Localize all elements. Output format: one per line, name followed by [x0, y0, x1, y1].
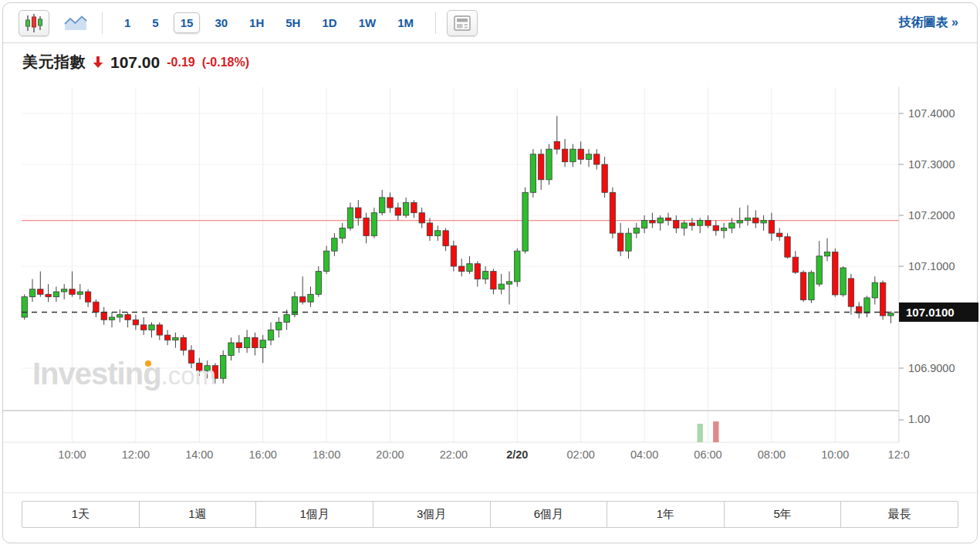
candle-body-up [340, 228, 345, 238]
candle-body-down [133, 320, 138, 325]
candle-body-up [515, 251, 520, 282]
range-tab-6個月[interactable]: 6個月 [491, 502, 608, 527]
quote-header: 美元指數 107.00 -0.19 (-0.18%) [22, 52, 977, 73]
candle-body-up [308, 294, 313, 302]
candle-body-up [323, 251, 329, 271]
range-tab-最長[interactable]: 最長 [841, 502, 958, 527]
candlestick-style-button[interactable] [19, 10, 49, 36]
candle-body-down [650, 221, 655, 223]
interval-button-5H[interactable]: 5H [279, 12, 307, 33]
interval-button-1W[interactable]: 1W [352, 12, 384, 33]
candle-body-up [276, 323, 282, 330]
x-axis-label: 06:00 [694, 448, 721, 461]
y-axis-label: 107.2000 [908, 209, 955, 222]
candle-body-down [395, 208, 400, 215]
candle-body-up [53, 292, 59, 297]
line-style-button[interactable] [60, 10, 91, 36]
candle-body-up [761, 221, 766, 223]
candle-body-up [586, 154, 591, 160]
last-price: 107.00 [110, 53, 160, 72]
candle-body-up [316, 272, 321, 295]
candle-body-up [522, 192, 528, 251]
chart-widget: 1515301H5H1D1W1M 技術圖表 » 美元指數 107.00 -0.1… [2, 2, 978, 543]
toolbar: 1515301H5H1D1W1M 技術圖表 » [3, 3, 977, 43]
toolbar-divider [102, 12, 103, 34]
interval-button-15[interactable]: 15 [174, 12, 201, 33]
candle-body-up [634, 228, 639, 234]
candle-body-up [570, 149, 576, 162]
interval-button-1H[interactable]: 1H [242, 12, 271, 33]
area-chart-icon [63, 14, 88, 32]
volume-bar-up [698, 424, 703, 442]
candle-body-down [188, 350, 194, 364]
candle-body-down [800, 272, 806, 300]
volume-bar-down [713, 421, 718, 442]
candle-body-down [539, 154, 544, 180]
toolbar-divider [435, 12, 436, 34]
interval-button-1[interactable]: 1 [117, 12, 137, 33]
candle-body-up [149, 325, 154, 330]
x-axis-label: 08:00 [758, 448, 786, 461]
range-tab-1年[interactable]: 1年 [607, 502, 725, 527]
x-axis-label: 20:00 [376, 448, 404, 461]
candle-body-down [157, 325, 162, 335]
current-price-badge-label: 107.0100 [906, 306, 955, 319]
interval-button-30[interactable]: 30 [208, 12, 235, 33]
volume-axis-label: 1.00 [908, 413, 930, 425]
technical-chart-link[interactable]: 技術圖表 » [899, 15, 963, 31]
interval-button-5[interactable]: 5 [145, 12, 165, 33]
news-layout-icon [454, 15, 471, 31]
candle-body-up [268, 330, 273, 340]
candle-body-down [93, 302, 99, 312]
y-axis-label: 107.3000 [908, 158, 955, 171]
candle-body-up [872, 282, 877, 298]
x-axis-label: 04:00 [630, 448, 658, 461]
candle-body-up [681, 223, 687, 228]
candle-body-down [785, 237, 790, 257]
candle-body-up [888, 313, 894, 316]
candle-body-up [117, 315, 123, 317]
candle-body-down [427, 223, 432, 236]
range-tab-1天[interactable]: 1天 [22, 502, 140, 527]
candle-body-up [721, 228, 726, 231]
x-axis-label: 12:0 [888, 448, 910, 461]
candle-body-down [125, 315, 130, 320]
range-tab-5年[interactable]: 5年 [725, 502, 842, 527]
candle-body-up [467, 264, 472, 272]
candle-body-up [221, 356, 226, 379]
price-change-percent: (-0.18%) [202, 56, 249, 69]
candle-body-down [665, 218, 671, 220]
candle-body-down [602, 164, 607, 192]
candle-body-down [164, 335, 170, 340]
range-tab-1個月[interactable]: 1個月 [256, 502, 373, 527]
candle-body-down [792, 257, 798, 272]
candle-body-down [252, 337, 258, 347]
news-layout-button[interactable] [447, 10, 478, 36]
interval-button-1M[interactable]: 1M [390, 12, 421, 33]
candle-body-up [332, 238, 337, 252]
x-axis-label: 14:00 [185, 448, 213, 461]
candle-body-up [824, 252, 830, 256]
range-tab-1週[interactable]: 1週 [140, 502, 257, 527]
candle-body-down [141, 325, 147, 330]
candle-body-up [403, 203, 408, 216]
candle-body-up [840, 268, 846, 295]
price-change: -0.19 [167, 56, 194, 69]
candle-body-up [284, 315, 289, 323]
candle-body-up [371, 213, 377, 236]
candle-body-up [244, 337, 249, 347]
candle-body-down [451, 246, 456, 266]
candle-body-up [22, 297, 27, 317]
x-axis-label: 02:00 [567, 448, 595, 461]
candle-body-up [530, 154, 536, 193]
candle-body-up [109, 317, 114, 320]
candlestick-chart[interactable]: 107.4000107.3000107.2000107.1000106.9000… [3, 78, 978, 470]
range-tab-3個月[interactable]: 3個月 [373, 502, 491, 527]
interval-button-1D[interactable]: 1D [315, 12, 343, 33]
candle-body-up [347, 208, 353, 228]
candle-body-up [435, 231, 441, 236]
candle-body-up [864, 298, 870, 313]
candle-body-down [610, 192, 615, 233]
candle-body-up [204, 366, 210, 371]
candle-body-down [594, 154, 600, 164]
